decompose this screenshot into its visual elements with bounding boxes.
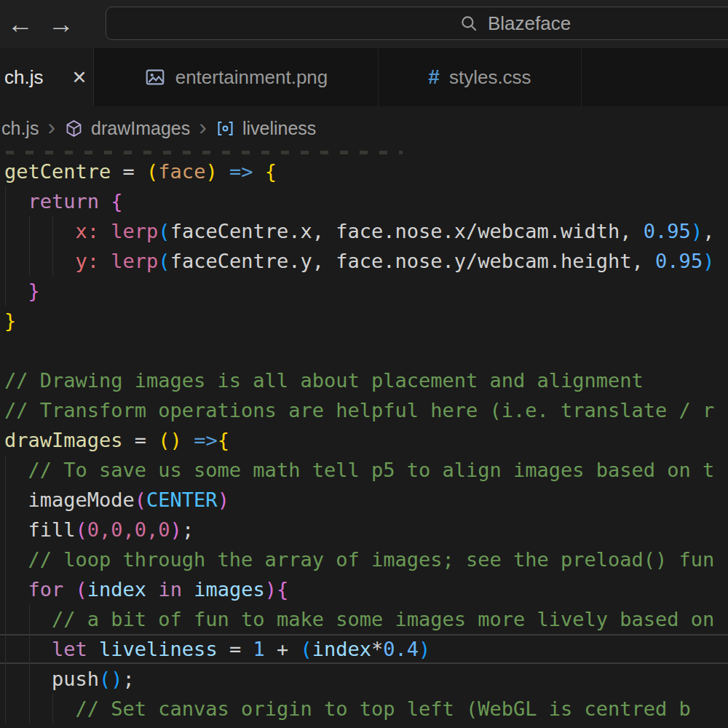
- indent-guide: [5, 604, 6, 634]
- code-line[interactable]: [0, 336, 728, 365]
- search-box[interactable]: Blazeface: [106, 7, 728, 40]
- code-line[interactable]: imageMode(CENTER): [0, 485, 728, 515]
- code-line[interactable]: getCentre = (face) => {: [0, 157, 728, 186]
- code-token: (: [158, 429, 170, 451]
- forward-button[interactable]: →: [41, 0, 82, 48]
- code-token: index: [312, 638, 371, 660]
- tab-entertainment-png[interactable]: entertainment.png: [94, 48, 379, 106]
- indent-guide: [29, 604, 30, 634]
- chevron-right-icon: ›: [199, 116, 207, 137]
- tab-styles-css[interactable]: # styles.css: [379, 48, 582, 106]
- code-token: {: [218, 429, 229, 451]
- indent-guide: [5, 545, 6, 574]
- code-token: [4, 578, 28, 601]
- indent-guide: [5, 574, 6, 604]
- code-token: (: [76, 578, 87, 601]
- code-token: CENTER: [146, 488, 218, 511]
- code-line[interactable]: x: lerp(faceCentre.x, face.nose.x/webcam…: [0, 216, 728, 246]
- code-token: ;: [182, 518, 194, 541]
- code-token: // Drawing images is all about placement…: [4, 369, 644, 392]
- code-token: // To save us some math tell p5 to align…: [28, 459, 715, 481]
- code-token: =: [111, 160, 146, 183]
- code-token: ): [419, 638, 430, 660]
- code-token: y:: [76, 250, 100, 272]
- code-token: [182, 429, 194, 451]
- code-token: [218, 160, 229, 183]
- code-line[interactable]: return {: [0, 186, 728, 216]
- code-line[interactable]: // To save us some math tell p5 to align…: [0, 455, 728, 485]
- code-token: 0.95: [644, 220, 691, 242]
- code-token: [63, 578, 75, 601]
- code-token: ): [691, 220, 703, 242]
- code-line[interactable]: // Drawing images is all about placement…: [0, 365, 728, 395]
- code-token: lerp: [111, 250, 158, 272]
- code-token: ): [170, 518, 182, 541]
- code-token: (: [99, 668, 111, 690]
- code-token: // Set canvas origin to top left (WebGL …: [76, 697, 691, 720]
- code-line[interactable]: for (index in images){: [0, 574, 728, 604]
- breadcrumb-file[interactable]: ch.js: [1, 118, 39, 139]
- tab-label: styles.css: [449, 66, 531, 89]
- code-token: imageMode: [28, 488, 135, 511]
- code-line[interactable]: y: lerp(faceCentre.y, face.nose.y/webcam…: [0, 246, 728, 276]
- code-token: 0.4: [383, 638, 419, 660]
- code-line[interactable]: // Transform operations are helpful here…: [0, 395, 728, 425]
- tab-sketch-js[interactable]: ch.js ✕: [0, 48, 94, 106]
- code-token: [4, 697, 76, 720]
- code-token: [182, 578, 194, 601]
- search-icon: [459, 14, 478, 33]
- code-token: faceCentre.x, face.nose.x/webcam.width,: [170, 220, 644, 242]
- code-line[interactable]: fill(0,0,0,0);: [0, 515, 728, 545]
- code-line[interactable]: }: [0, 276, 728, 306]
- code-token: faceCentre.y, face.nose.y/webcam.height,: [170, 250, 655, 272]
- code-token: 0,0,0,0: [87, 518, 170, 541]
- code-token: (: [300, 638, 312, 660]
- code-editor[interactable]: getCentre = (face) => { return { x: lerp…: [0, 151, 728, 728]
- tab-label: ch.js: [4, 66, 43, 89]
- symbol-function-cube-icon: [64, 119, 84, 138]
- code-token: [4, 488, 28, 511]
- indent-guide: [52, 246, 53, 276]
- code-token: [4, 190, 28, 213]
- code-line[interactable]: drawImages = () =>{: [0, 425, 728, 455]
- breadcrumb-symbol-drawimages[interactable]: drawImages: [91, 118, 190, 139]
- code-token: =>: [229, 160, 253, 183]
- current-line[interactable]: let liveliness = 1 + (index*0.4): [0, 634, 728, 664]
- indent-guide: [5, 664, 6, 694]
- indent-guide: [5, 246, 6, 276]
- code-token: [4, 548, 28, 571]
- indent-guide: [29, 664, 30, 694]
- code-token: [4, 518, 28, 541]
- code-line[interactable]: // Set canvas origin to top left (WebGL …: [0, 694, 728, 724]
- code-token: [146, 578, 158, 601]
- code-token: [99, 250, 111, 272]
- back-button[interactable]: ←: [0, 0, 41, 48]
- code-token: ): [703, 250, 714, 272]
- code-line[interactable]: // a bit of fun to make some images more…: [0, 604, 728, 634]
- code-token: }: [28, 280, 40, 302]
- code-line[interactable]: }: [0, 306, 728, 336]
- code-token: index: [87, 578, 146, 601]
- code-token: ): [111, 668, 122, 690]
- clipped-line-remnant: [6, 151, 403, 154]
- indent-guide: [29, 246, 30, 276]
- code-line[interactable]: push();: [0, 664, 728, 694]
- code-area[interactable]: getCentre = (face) => { return { x: lerp…: [0, 157, 728, 724]
- code-token: lerp: [111, 220, 158, 242]
- indent-guide: [5, 634, 6, 664]
- code-token: fill: [28, 518, 76, 541]
- indent-guide: [5, 276, 6, 306]
- code-token: // loop through the array of images; see…: [28, 548, 715, 571]
- code-token: (: [135, 488, 146, 511]
- search-text: Blazeface: [488, 12, 571, 35]
- code-token: return: [28, 190, 100, 213]
- close-icon[interactable]: ✕: [71, 67, 87, 88]
- breadcrumb-symbol-liveliness[interactable]: liveliness: [242, 118, 316, 139]
- code-line[interactable]: // loop through the array of images; see…: [0, 545, 728, 574]
- code-token: // Transform operations are helpful here…: [4, 399, 714, 422]
- code-token: (: [76, 518, 87, 541]
- title-bar: ← → Blazeface: [0, 0, 728, 48]
- code-token: {: [111, 190, 122, 213]
- code-token: for: [28, 578, 64, 601]
- code-token: 0.95: [655, 250, 703, 272]
